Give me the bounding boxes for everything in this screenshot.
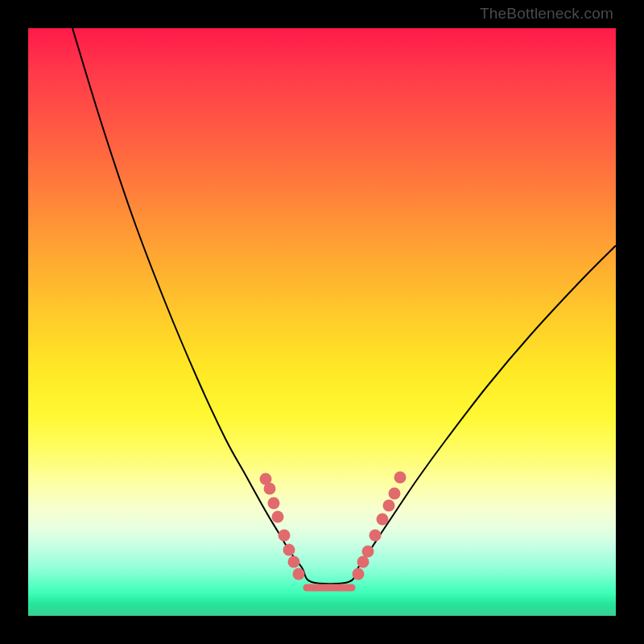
marker-dot [383, 500, 395, 512]
marker-dot [389, 488, 401, 500]
marker-dot [264, 483, 276, 495]
chart-plot-area [28, 28, 616, 616]
marker-dot [357, 556, 369, 568]
watermark-text: TheBottleneck.com [480, 5, 613, 23]
marker-dot [377, 514, 389, 526]
marker-dot [394, 472, 407, 484]
marker-dot [362, 546, 374, 558]
marker-dot [369, 530, 382, 542]
marker-dot [353, 568, 365, 580]
marker-dot [268, 497, 280, 510]
bottleneck-curve [72, 28, 616, 584]
marker-dots [260, 472, 407, 580]
marker-dot [293, 568, 305, 580]
marker-dot [283, 544, 295, 556]
marker-dot [272, 511, 284, 523]
curve-svg [28, 28, 616, 616]
marker-dot [288, 556, 300, 568]
marker-dot [279, 530, 291, 542]
